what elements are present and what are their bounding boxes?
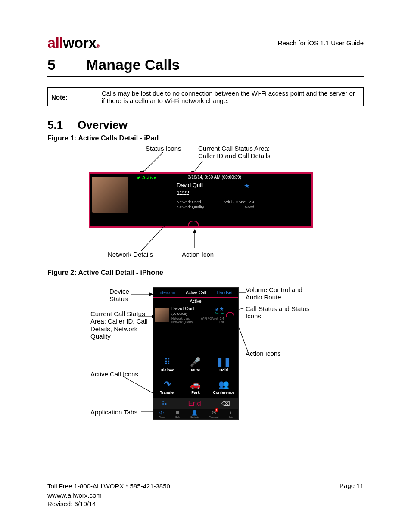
figure1: Status Icons Current Call Status Area: C…: [47, 145, 364, 261]
logo-reg: ®: [97, 44, 100, 49]
network-values: WiFi / QAnet -2.4Fair: [201, 317, 224, 324]
hangup-icon: [226, 312, 234, 317]
note-label: Note:: [48, 88, 98, 106]
call-timestamp: 3/18/14, 8:50 AM (00:00:39): [188, 175, 241, 180]
caller-name: David Quill: [177, 182, 204, 188]
callout-current-call: Current Call Status Area: Caller ID and …: [198, 145, 271, 160]
footer: Toll Free 1-800-ALLWORX * 585-421-3850 w…: [47, 482, 364, 508]
tab-label: Calls: [175, 416, 180, 418]
callout-status-icons: Status Icons: [146, 145, 181, 152]
tab-label: Info: [229, 416, 233, 418]
chapter-title: Manage Calls: [86, 56, 180, 73]
app-tab-voicemail[interactable]: ✉1Voicemail: [209, 410, 218, 418]
favorite-icon: ⬋★: [215, 306, 224, 312]
keypad-icon: ⠿▸: [161, 401, 168, 407]
app-tab-calls[interactable]: ≣Calls: [175, 410, 180, 418]
callout-network-details: Network Details: [108, 251, 153, 258]
contacts-icon: 👤: [191, 410, 198, 416]
chapter-heading: 5Manage Calls: [47, 56, 364, 73]
callout-application-tabs: Application Tabs: [90, 408, 137, 416]
end-row: ⠿▸ End ⌫: [153, 398, 238, 409]
svg-marker-7: [193, 229, 197, 233]
end-button[interactable]: End: [188, 399, 201, 408]
iphone-panel: Intercom Active Call Handset Active Davi…: [153, 287, 239, 420]
header: allworx® Reach for iOS 1.1 User Guide: [47, 34, 364, 51]
figure1-label: Figure 1: Active Calls Detail - iPad: [47, 134, 364, 142]
net-qual-label: Network Quality: [171, 320, 193, 324]
call-button-conference[interactable]: 👥Conference: [210, 376, 238, 398]
note-box: Note: Calls may be lost due to no connec…: [47, 87, 364, 106]
page-number: Page 11: [339, 482, 364, 508]
tab-label: Voicemail: [209, 416, 218, 418]
voicemail-icon: ✉1: [212, 410, 216, 416]
svg-line-4: [141, 211, 178, 251]
chapter-rule: [47, 76, 364, 77]
logo: allworx®: [47, 34, 100, 51]
section-title: Overview: [78, 118, 128, 131]
conference-icon: 👥: [218, 379, 229, 389]
call-button-park[interactable]: 🚗Park: [181, 376, 209, 398]
app-tab-info[interactable]: ℹInfo: [229, 410, 233, 418]
button-label: Conference: [213, 390, 235, 395]
network-labels: Network UsedNetwork Quality: [171, 317, 193, 324]
info-icon: ℹ: [230, 410, 232, 416]
avatar: [92, 177, 128, 213]
caller-name: David Quill: [171, 306, 194, 311]
network-used-label: Network Used: [177, 200, 201, 204]
tab-intercom: Intercom: [159, 290, 175, 295]
callout-volume: Volume Control and Audio Route: [246, 286, 310, 301]
app-tabs: ✆Phone≣Calls👤Contacts✉1VoicemailℹInfo: [153, 409, 238, 419]
status-active: ⬋ Active: [137, 175, 156, 180]
network-quality-value: Good: [220, 205, 254, 209]
caller-ext: 1222: [177, 190, 189, 196]
chapter-number: 5: [47, 56, 86, 73]
section-heading: 5.1Overview: [47, 118, 364, 132]
logo-part2: worx: [63, 34, 96, 51]
footer-url: wwww.allworx.com: [47, 491, 170, 500]
note-text: Calls may be lost due to no connection b…: [98, 88, 364, 106]
arrow-icon: [141, 208, 184, 252]
footer-phone: Toll Free 1-800-ALLWORX * 585-421-3850: [47, 482, 170, 491]
tab-label: Phone: [159, 416, 165, 418]
callout-call-status: Call Status and Status Icons: [246, 305, 310, 320]
app-tab-phone[interactable]: ✆Phone: [159, 410, 165, 418]
callout-action-icons: Action Icons: [246, 350, 281, 357]
callout-device-status: Device Status: [109, 288, 129, 303]
tab-active-call: Active Call: [186, 290, 206, 295]
active-label: Active: [215, 311, 224, 315]
hold-icon: ❚❚: [216, 357, 231, 367]
call-duration: (00:00:08): [171, 312, 187, 316]
arrow-icon: [190, 227, 199, 249]
figure2: Device Status Current Call Status Area: …: [47, 279, 364, 426]
mute-icon: 🎤: [190, 357, 201, 367]
button-label: Mute: [191, 368, 200, 372]
call-buttons-grid: ⠿Dialpad🎤Mute❚❚Hold↷Transfer🚗Park👥Confer…: [153, 353, 238, 398]
status-active-text: Active: [142, 175, 156, 180]
app-tab-contacts[interactable]: 👤Contacts: [190, 410, 199, 418]
button-label: Hold: [219, 368, 228, 372]
favorite-icon: ★: [244, 182, 250, 190]
avatar: [155, 308, 169, 322]
button-label: Transfer: [160, 390, 175, 395]
tab-handset: Handset: [217, 290, 233, 295]
arrow-icon: [138, 152, 172, 175]
net-qual-value: Fair: [219, 320, 224, 324]
call-button-hold[interactable]: ❚❚Hold: [210, 353, 238, 376]
call-button-dialpad[interactable]: ⠿Dialpad: [153, 353, 181, 376]
calls-icon: ≣: [175, 410, 180, 416]
button-label: Park: [191, 390, 200, 395]
iphone-top-tabs: Intercom Active Call Handset: [153, 288, 238, 297]
net-used-label: Network Used: [171, 317, 190, 320]
transfer-icon: ↷: [164, 379, 171, 389]
network-used-value: WiFi / QAnet -2.4: [220, 200, 254, 204]
badge: 1: [215, 408, 218, 412]
callout-action-icon: Action Icon: [182, 251, 214, 258]
call-button-transfer[interactable]: ↷Transfer: [153, 376, 181, 398]
net-used-value: WiFi / QAnet -2.4: [201, 317, 224, 320]
call-button-mute[interactable]: 🎤Mute: [181, 353, 209, 376]
active-status-bar: Active: [153, 297, 238, 305]
doc-title: Reach for iOS 1.1 User Guide: [278, 39, 364, 47]
arrow-icon: [131, 292, 154, 296]
park-icon: 🚗: [190, 379, 201, 389]
section-number: 5.1: [47, 118, 78, 132]
